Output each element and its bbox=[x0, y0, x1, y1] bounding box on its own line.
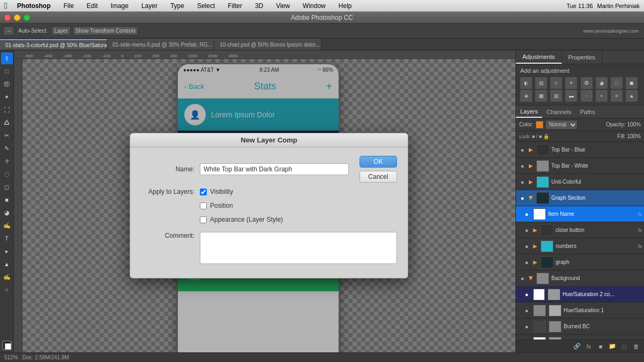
eye-icon[interactable]: ● bbox=[522, 211, 531, 217]
zoom-tool[interactable]: ○ bbox=[1, 284, 13, 296]
adj-levels[interactable]: ▤ bbox=[535, 77, 547, 89]
adj-bw[interactable]: ◼ bbox=[626, 77, 638, 89]
blend-mode-select[interactable]: Normal Multiply Screen bbox=[545, 120, 578, 130]
menu-file[interactable]: File bbox=[61, 1, 77, 11]
tab-paths[interactable]: Paths bbox=[576, 105, 600, 118]
layer-item-numbers[interactable]: ● ▶ numbers fx bbox=[516, 238, 644, 254]
eye-icon[interactable]: ● bbox=[518, 179, 527, 185]
doc-tab-2[interactable]: 10-chart.psd @ 50% Bonox Ipsism dolor... bbox=[214, 39, 321, 50]
dialog-name-input[interactable] bbox=[200, 163, 349, 175]
layer-item-graph[interactable]: ● ▶ graph bbox=[516, 254, 644, 270]
dialog-ok-button[interactable]: OK bbox=[360, 156, 397, 168]
eye-icon[interactable]: ● bbox=[522, 307, 531, 314]
layer-item-hue-sat-1[interactable]: ● Hue/Saturation 1 bbox=[516, 303, 644, 319]
adj-color-lookup[interactable]: ▨ bbox=[550, 90, 562, 102]
lasso-tool[interactable]: ⑪ bbox=[1, 78, 13, 90]
adj-channel-mixer[interactable]: ▩ bbox=[535, 90, 547, 102]
adj-posterize[interactable]: ▫ bbox=[581, 90, 593, 102]
new-layer-button[interactable]: □ bbox=[619, 342, 629, 351]
menu-layer[interactable]: Layer bbox=[138, 1, 161, 11]
layer-item-hue-sat-2[interactable]: ● Hue/Saturation 2 co... bbox=[516, 286, 644, 303]
magic-wand-tool[interactable]: ✦ bbox=[1, 91, 13, 103]
layer-item-graph-section[interactable]: ● ▶ Graph Section bbox=[516, 190, 644, 206]
tab-adjustments[interactable]: Adjustments bbox=[516, 50, 562, 64]
menu-edit[interactable]: Edit bbox=[84, 1, 101, 11]
eye-icon[interactable]: ● bbox=[518, 275, 527, 282]
path-selection-tool[interactable]: ▸ bbox=[1, 245, 13, 257]
hand-tool[interactable]: ✍ bbox=[1, 271, 13, 283]
minimize-button[interactable] bbox=[14, 14, 20, 21]
color-swatch[interactable] bbox=[536, 121, 543, 129]
show-transform-btn[interactable]: Show Transform Controls bbox=[73, 26, 139, 35]
add-style-button[interactable]: fx bbox=[584, 342, 594, 351]
clone-tool[interactable]: ♱ bbox=[1, 155, 13, 167]
tab-properties[interactable]: Properties bbox=[562, 50, 602, 64]
adj-brightness[interactable]: ◐ bbox=[520, 77, 532, 89]
layer-item-close-button[interactable]: ● ▶ close button fx bbox=[516, 222, 644, 238]
tab-channels[interactable]: Channels bbox=[542, 105, 575, 118]
adj-vibrance[interactable]: ✪ bbox=[581, 77, 593, 89]
shape-tool[interactable]: ▲ bbox=[1, 258, 13, 270]
adj-hsl[interactable]: ◕ bbox=[596, 77, 608, 89]
layer-item-white-base[interactable]: ● White Base bbox=[516, 335, 644, 340]
eye-icon[interactable]: ● bbox=[518, 195, 527, 201]
position-checkbox[interactable] bbox=[200, 202, 207, 209]
brush-tool[interactable]: ✎ bbox=[1, 142, 13, 154]
eye-icon[interactable]: ● bbox=[522, 227, 531, 233]
apple-menu[interactable]:  bbox=[4, 1, 8, 11]
add-mask-button[interactable]: ■ bbox=[596, 342, 605, 351]
selection-tool[interactable]: □ bbox=[1, 65, 13, 77]
appearance-checkbox[interactable] bbox=[200, 216, 207, 223]
menu-filter[interactable]: Filter bbox=[224, 1, 245, 11]
layer-item-top-bar-blue[interactable]: ● ▶ Top Bar - Blue bbox=[516, 142, 644, 158]
visibility-checkbox[interactable] bbox=[200, 188, 207, 195]
tab-layers[interactable]: Layers bbox=[516, 105, 542, 118]
history-tool[interactable]: ◌ bbox=[1, 168, 13, 180]
adj-selective-color[interactable]: ▲ bbox=[626, 90, 638, 102]
move-tool[interactable]: ⇧ bbox=[1, 52, 13, 64]
layer-item-unit-colorful[interactable]: ● ▶ Unit-Colorful bbox=[516, 174, 644, 190]
auto-select-dropdown[interactable]: Layer bbox=[51, 26, 70, 35]
eye-icon[interactable]: ● bbox=[522, 243, 531, 250]
eye-icon[interactable]: ● bbox=[522, 259, 531, 266]
adj-threshold[interactable]: ▪ bbox=[596, 90, 608, 102]
eraser-tool[interactable]: ◻ bbox=[1, 181, 13, 193]
adj-gradient-map[interactable]: ≡ bbox=[611, 90, 623, 102]
eye-icon[interactable]: ● bbox=[518, 163, 527, 169]
gradient-tool[interactable]: ■ bbox=[1, 194, 13, 206]
doc-tab-0[interactable]: 01-stats-3-colorful.psd @ 50% Blue/Satur… bbox=[0, 39, 107, 50]
eye-icon[interactable]: ● bbox=[518, 147, 527, 153]
layer-item-burned-bc[interactable]: ● Burned BC bbox=[516, 319, 644, 335]
type-tool[interactable]: T bbox=[1, 232, 13, 244]
menu-view[interactable]: View bbox=[273, 1, 293, 11]
eyedropper-tool[interactable]: 🛆 bbox=[1, 117, 13, 129]
adj-color-balance[interactable]: □ bbox=[611, 77, 623, 89]
layer-item-item-name[interactable]: ● T Item Name fx bbox=[516, 206, 644, 222]
tool-selector[interactable]: → bbox=[3, 26, 14, 35]
maximize-button[interactable] bbox=[24, 14, 30, 21]
layer-item-background[interactable]: ● ▶ Background bbox=[516, 270, 644, 286]
menu-3d[interactable]: 3D bbox=[252, 1, 266, 11]
menu-window[interactable]: Window bbox=[299, 1, 329, 11]
crop-tool[interactable]: ⛶ bbox=[1, 104, 13, 116]
menu-select[interactable]: Select bbox=[194, 1, 218, 11]
dialog-cancel-button[interactable]: Cancel bbox=[360, 171, 397, 183]
dialog-comment-textarea[interactable] bbox=[200, 232, 397, 264]
menu-help[interactable]: Help bbox=[335, 1, 355, 11]
adj-curves[interactable]: ∿ bbox=[550, 77, 562, 89]
doc-tab-1[interactable]: 01-side-menu-5.psd @ 30% Prefab, RG... bbox=[107, 39, 214, 50]
canvas-viewport[interactable]: ●●●●● AT&T ▼ 9:23 AM ⌔ 86% ‹ Back Stats bbox=[23, 59, 515, 352]
pen-tool[interactable]: ✍ bbox=[1, 220, 13, 231]
healing-tool[interactable]: ✂ bbox=[1, 130, 13, 141]
adj-invert[interactable]: ▬ bbox=[565, 90, 577, 102]
adj-photo-filter[interactable]: ◈ bbox=[520, 90, 532, 102]
layer-item-top-bar-white[interactable]: ● ▶ Top Bar - White bbox=[516, 158, 644, 174]
adj-exposure[interactable]: ☀ bbox=[565, 77, 577, 89]
eye-icon[interactable]: ● bbox=[522, 291, 531, 298]
menu-photoshop[interactable]: Photoshop bbox=[14, 1, 54, 11]
delete-layer-button[interactable]: 🗑 bbox=[631, 342, 641, 351]
foreground-color[interactable] bbox=[2, 341, 12, 350]
new-group-button[interactable]: 📁 bbox=[608, 342, 617, 351]
eye-icon[interactable]: ● bbox=[522, 323, 531, 330]
menu-type[interactable]: Type bbox=[167, 1, 188, 11]
